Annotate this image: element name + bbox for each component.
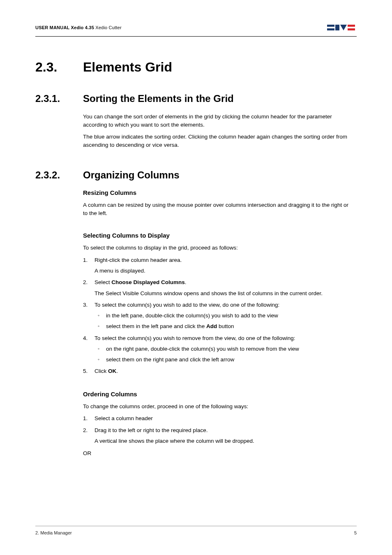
ordering-columns-intro: To change the columns order, proceed in …	[83, 402, 350, 411]
ordering-step-2: Drag it to the left or right to the requ…	[83, 426, 350, 446]
step-5-text-a: Click	[95, 368, 108, 374]
step-4: To select the column(s) you wish to remo…	[83, 334, 350, 364]
footer-page-number: 5	[354, 530, 357, 535]
selecting-columns-heading: Selecting Columns to Display	[83, 232, 357, 239]
footer-left: 2. Media Manager	[35, 530, 72, 535]
section-2-3-title: Elements Grid	[83, 60, 172, 75]
step-3-bullet-2-bold: Add	[206, 323, 217, 329]
ordering-step-2-text: Drag it to the left or right to the requ…	[95, 427, 208, 433]
resizing-columns-paragraph: A column can be resized by using the mou…	[83, 201, 350, 217]
section-2-3-2-title: Organizing Columns	[83, 169, 180, 181]
ordering-step-1: Select a column header	[83, 414, 350, 423]
svg-rect-0	[327, 25, 334, 27]
svg-rect-1	[327, 28, 334, 30]
svg-rect-4	[348, 25, 355, 27]
step-3-bullet-2-a: select them in the left pane and click t…	[106, 323, 206, 329]
svg-rect-2	[335, 25, 339, 30]
step-2-text-c: .	[185, 279, 187, 285]
evs-logo	[327, 23, 357, 32]
section-2-3-1-heading: 2.3.1. Sorting the Elements in the Grid	[35, 93, 357, 104]
section-2-3-number: 2.3.	[35, 60, 62, 75]
step-2-text-a: Select	[95, 279, 111, 285]
step-1-sub: A menu is displayed.	[95, 267, 350, 275]
section-2-3-2-number: 2.3.2.	[35, 169, 70, 181]
section-2-3-1-number: 2.3.1.	[35, 93, 70, 104]
step-1: Right-click the column header area. A me…	[83, 256, 350, 275]
step-4-bullet-1: on the right pane, double-click the colu…	[95, 345, 350, 353]
step-4-text: To select the column(s) you wish to remo…	[95, 335, 295, 341]
resizing-columns-heading: Resizing Columns	[83, 189, 357, 196]
footer-rule	[35, 526, 357, 526]
ordering-columns-heading: Ordering Columns	[83, 391, 357, 398]
svg-marker-3	[340, 25, 347, 30]
step-3: To select the column(s) you wish to add …	[83, 301, 350, 331]
svg-rect-5	[348, 28, 355, 30]
ordering-or: OR	[83, 449, 350, 458]
selecting-columns-steps: Right-click the column header area. A me…	[83, 256, 357, 376]
section-2-3-2-heading: 2.3.2. Organizing Columns	[35, 169, 357, 181]
sorting-paragraph-1: You can change the sort order of element…	[83, 113, 350, 129]
sorting-paragraph-2: The blue arrow indicates the sorting ord…	[83, 133, 350, 149]
header-text: USER MANUAL Xedio 4.35 Xedio Cutter	[35, 25, 122, 30]
evs-logo-icon	[327, 23, 357, 32]
step-3-bullet-1: in the left pane, double-click the colum…	[95, 312, 350, 320]
header-bold: USER MANUAL Xedio 4.35	[35, 25, 94, 30]
step-5-text-bold: OK	[108, 368, 116, 374]
section-2-3-1-title: Sorting the Elements in the Grid	[83, 93, 234, 104]
step-4-bullet-2: select them on the right pane and click …	[95, 356, 350, 364]
step-2-sub: The Select Visible Columns window opens …	[95, 289, 350, 298]
step-3-bullets: in the left pane, double-click the colum…	[95, 312, 350, 331]
step-5: Click OK.	[83, 367, 350, 375]
step-3-bullet-2: select them in the left pane and click t…	[95, 322, 350, 331]
step-5-text-c: .	[116, 368, 118, 374]
page-footer: 2. Media Manager 5	[35, 526, 357, 535]
step-1-text: Right-click the column header area.	[95, 257, 182, 263]
ordering-step-2-sub: A vertical line shows the place where th…	[95, 437, 350, 445]
page-header: USER MANUAL Xedio 4.35 Xedio Cutter	[35, 23, 357, 35]
ordering-columns-steps: Select a column header Drag it to the le…	[83, 414, 357, 445]
step-3-bullet-2-c: button	[217, 323, 234, 329]
header-rest: Xedio Cutter	[94, 25, 122, 30]
step-3-text: To select the column(s) you wish to add …	[95, 302, 279, 308]
step-2-text-bold: Choose Displayed Columns	[111, 279, 185, 285]
step-4-bullets: on the right pane, double-click the colu…	[95, 345, 350, 364]
section-2-3-heading: 2.3. Elements Grid	[35, 60, 357, 75]
selecting-columns-intro: To select the columns to display in the …	[83, 244, 350, 252]
step-2: Select Choose Displayed Columns. The Sel…	[83, 278, 350, 298]
